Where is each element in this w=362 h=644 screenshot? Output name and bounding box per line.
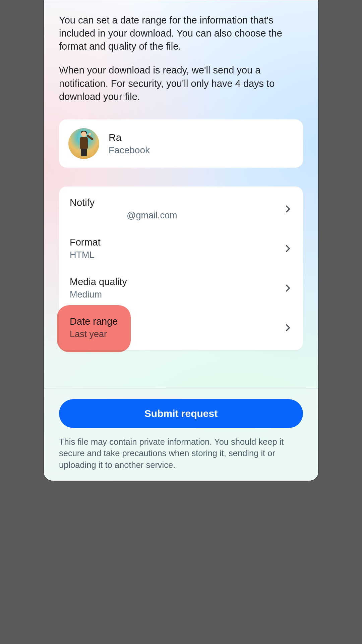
setting-format-value: HTML bbox=[70, 250, 101, 260]
setting-media-quality-value: Medium bbox=[70, 289, 127, 300]
download-settings-screen: You can set a date range for the informa… bbox=[43, 0, 319, 481]
settings-card: Notify @gmail.com Format HTML Media bbox=[59, 186, 303, 350]
setting-date-range[interactable]: Date range Last year bbox=[59, 308, 303, 347]
privacy-disclaimer: This file may contain private informatio… bbox=[59, 436, 303, 471]
chevron-right-icon bbox=[284, 323, 292, 332]
setting-media-quality[interactable]: Media quality Medium bbox=[59, 268, 303, 308]
setting-notify-value: @gmail.com bbox=[127, 210, 177, 221]
profile-card[interactable]: Ra Facebook bbox=[59, 119, 303, 168]
setting-format-title: Format bbox=[70, 237, 101, 248]
setting-date-range-title: Date range bbox=[70, 316, 118, 327]
profile-text: Ra Facebook bbox=[109, 131, 150, 156]
setting-media-quality-title: Media quality bbox=[70, 276, 127, 287]
content-area: You can set a date range for the informa… bbox=[44, 0, 318, 388]
footer: Submit request This file may contain pri… bbox=[44, 388, 318, 481]
setting-format[interactable]: Format HTML bbox=[59, 229, 303, 268]
intro-paragraph-1: You can set a date range for the informa… bbox=[59, 14, 303, 53]
profile-name: Ra bbox=[109, 131, 150, 144]
submit-request-button[interactable]: Submit request bbox=[59, 399, 303, 428]
setting-notify-title: Notify bbox=[70, 197, 177, 208]
setting-date-range-value: Last year bbox=[70, 329, 118, 339]
setting-notify[interactable]: Notify @gmail.com bbox=[59, 189, 303, 229]
chevron-right-icon bbox=[284, 244, 292, 253]
chevron-right-icon bbox=[284, 284, 292, 292]
chevron-right-icon bbox=[284, 205, 292, 213]
profile-platform: Facebook bbox=[109, 145, 150, 156]
avatar bbox=[68, 128, 99, 159]
intro-paragraph-2: When your download is ready, we'll send … bbox=[59, 64, 303, 103]
avatar-illustration bbox=[77, 131, 90, 156]
intro-text: You can set a date range for the informa… bbox=[59, 14, 303, 103]
